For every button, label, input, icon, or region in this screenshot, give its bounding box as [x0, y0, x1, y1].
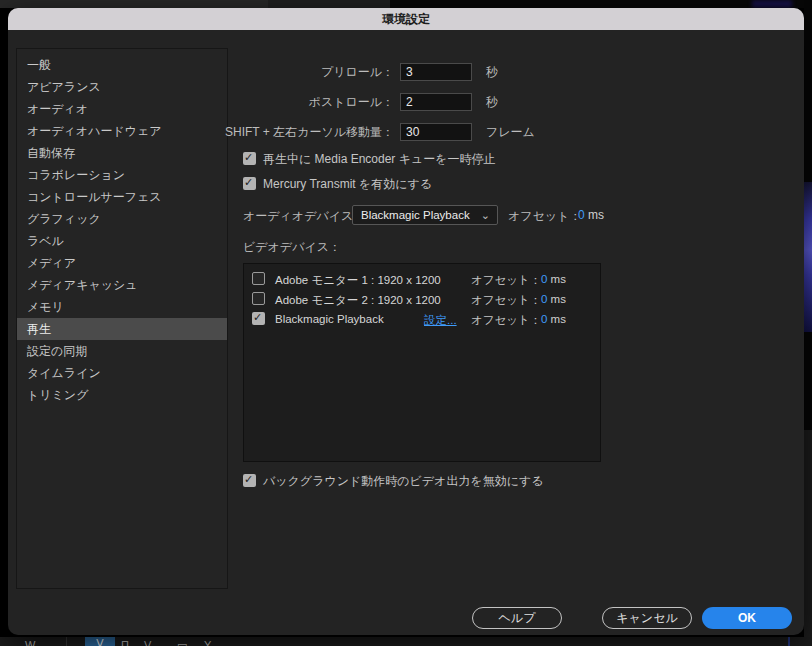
- preferences-dialog: 環境設定 一般 アピアランス オーディオ オーディオハードウェア 自動保存 コラ…: [8, 8, 804, 635]
- cancel-button[interactable]: キャンセル: [602, 607, 692, 629]
- help-button[interactable]: ヘルプ: [472, 607, 562, 629]
- tool-icon-4: Y: [204, 638, 211, 646]
- audio-offset-label: オフセット：: [508, 208, 581, 225]
- video-device-row-2: Adobe モニター 2 : 1920 x 1200 オフセット： 0 ms: [244, 290, 600, 310]
- video-device-3-name: Blackmagic Playback: [275, 313, 384, 325]
- video-device-1-offset-label: オフセット：: [471, 273, 541, 288]
- sidebar-item-playback[interactable]: 再生: [17, 318, 227, 340]
- pause-media-encoder-label: 再生中に Media Encoder キューを一時停止: [263, 152, 496, 166]
- shift-cursor-move-label: SHIFT + 左右カーソル移動量：: [158, 123, 394, 141]
- sidebar-item-trim[interactable]: トリミング: [17, 384, 227, 406]
- video-device-1-name: Adobe モニター 1 : 1920 x 1200: [275, 273, 441, 288]
- video-device-2-offset-unit: ms: [551, 293, 566, 305]
- tool-icon-2: V: [144, 638, 151, 646]
- sidebar-item-labels[interactable]: ラベル: [17, 230, 227, 252]
- background-panel-edge-2: [268, 0, 390, 8]
- screen: W V Π V ▭ Y 環境設定 一般 アピアランス オーディオ オーディオハー…: [0, 0, 812, 646]
- video-device-1-offset-number[interactable]: 0: [541, 273, 547, 285]
- sidebar-item-media-cache[interactable]: メディアキャッシュ: [17, 274, 227, 296]
- chevron-down-icon: ⌄: [481, 206, 490, 224]
- video-device-list: Adobe モニター 1 : 1920 x 1200 オフセット： 0 ms A…: [243, 263, 601, 462]
- video-device-2-offset-value[interactable]: 0 ms: [541, 293, 566, 305]
- sidebar-item-auto-save[interactable]: 自動保存: [17, 142, 227, 164]
- video-device-3-offset-label: オフセット：: [471, 313, 541, 328]
- shift-cursor-move-unit: フレーム: [486, 123, 535, 141]
- background-glow: [752, 0, 792, 8]
- sidebar-item-memory[interactable]: メモリ: [17, 296, 227, 318]
- video-device-2-offset-label: オフセット：: [471, 293, 541, 308]
- disable-video-output-label: バックグラウンド動作時のビデオ出力を無効にする: [263, 474, 544, 488]
- background-panel-lower: [804, 430, 812, 637]
- audio-offset-value[interactable]: 0 ms: [578, 208, 604, 222]
- video-device-3-offset-unit: ms: [551, 313, 566, 325]
- sidebar-item-media[interactable]: メディア: [17, 252, 227, 274]
- background-playhead-line: [788, 637, 790, 646]
- video-device-2-offset-number[interactable]: 0: [541, 293, 547, 305]
- hand-tool-icon: W: [25, 638, 35, 646]
- sidebar-item-sync-settings[interactable]: 設定の同期: [17, 340, 227, 362]
- ok-button[interactable]: OK: [702, 607, 792, 629]
- video-device-2-checkbox[interactable]: [252, 292, 265, 305]
- tool-icon-1: Π: [121, 638, 129, 646]
- tool-icon-3: ▭: [177, 638, 187, 646]
- background-app-top-edge: [0, 0, 812, 8]
- preroll-unit: 秒: [486, 63, 498, 81]
- mercury-transmit-label: Mercury Transmit を有効にする: [263, 177, 432, 191]
- background-gradient-artwork: [804, 182, 812, 332]
- video-device-1-checkbox[interactable]: [252, 272, 265, 285]
- audio-offset-number[interactable]: 0: [578, 208, 585, 222]
- sidebar-item-collaboration[interactable]: コラボレーション: [17, 164, 227, 186]
- background-app-right-edge: [804, 0, 812, 646]
- postroll-label: ポストロール：: [158, 93, 394, 111]
- audio-offset-unit: ms: [588, 208, 604, 222]
- preroll-label: プリロール：: [158, 63, 394, 81]
- audio-device-dropdown[interactable]: Blackmagic Playback ⌄: [352, 205, 498, 225]
- sidebar-item-control-surface[interactable]: コントロールサーフェス: [17, 186, 227, 208]
- shift-cursor-move-input[interactable]: [400, 123, 472, 141]
- video-device-1-offset-unit: ms: [551, 273, 566, 285]
- sidebar-item-graphics[interactable]: グラフィック: [17, 208, 227, 230]
- preroll-input[interactable]: [400, 63, 472, 81]
- disable-video-output-checkbox[interactable]: [243, 474, 256, 487]
- audio-device-value: Blackmagic Playback: [361, 209, 470, 221]
- video-device-3-checkbox[interactable]: [252, 312, 265, 325]
- pause-media-encoder-checkbox[interactable]: [243, 152, 256, 165]
- video-device-row-1: Adobe モニター 1 : 1920 x 1200 オフセット： 0 ms: [244, 270, 600, 290]
- dialog-title: 環境設定: [382, 12, 430, 26]
- dialog-titlebar[interactable]: 環境設定: [8, 8, 804, 30]
- video-device-1-offset-value[interactable]: 0 ms: [541, 273, 566, 285]
- video-device-row-3: Blackmagic Playback 設定... オフセット： 0 ms: [244, 310, 600, 330]
- active-tool-icon: V: [96, 637, 103, 646]
- toolbar-divider: [66, 637, 67, 646]
- background-panel-edge: [0, 0, 268, 8]
- video-device-3-offset-value[interactable]: 0 ms: [541, 313, 566, 325]
- postroll-unit: 秒: [486, 93, 498, 111]
- video-device-3-settings-link[interactable]: 設定...: [424, 313, 457, 328]
- video-device-2-name: Adobe モニター 2 : 1920 x 1200: [275, 293, 441, 308]
- background-toolbar: W V Π V ▭ Y: [0, 637, 812, 646]
- video-device-label: ビデオデバイス：: [243, 239, 341, 256]
- audio-device-label: オーディオデバイス：: [243, 208, 365, 225]
- sidebar-item-timeline[interactable]: タイムライン: [17, 362, 227, 384]
- postroll-input[interactable]: [400, 93, 472, 111]
- video-device-3-offset-number[interactable]: 0: [541, 313, 547, 325]
- mercury-transmit-checkbox[interactable]: [243, 177, 256, 190]
- active-tool-button: V: [85, 637, 115, 646]
